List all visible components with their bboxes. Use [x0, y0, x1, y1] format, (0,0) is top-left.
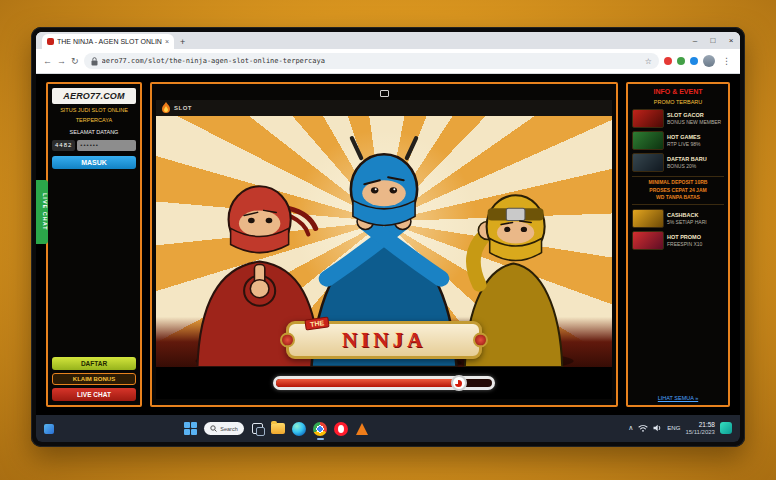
- profile-avatar[interactable]: [703, 55, 715, 67]
- volume-icon[interactable]: [653, 424, 662, 432]
- tagline-line1: SITUS JUDI SLOT ONLINE: [52, 107, 136, 114]
- reload-icon[interactable]: ↻: [71, 56, 79, 66]
- browser-tab[interactable]: THE NINJA - AGEN SLOT ONLINE TERPERCAYA …: [42, 34, 174, 49]
- forward-icon[interactable]: →: [57, 56, 66, 66]
- folder-icon: [271, 423, 285, 434]
- game-logo-banner: THE NINJA: [286, 321, 482, 359]
- tab-strip: THE NINJA - AGEN SLOT ONLINE TERPERCAYA …: [36, 32, 740, 49]
- promo-footer-link[interactable]: LIHAT SEMUA »: [632, 395, 724, 401]
- promo-item[interactable]: HOT GAMES RTP LIVE 98%: [632, 131, 724, 150]
- notice-line: MINIMAL DEPOSIT 10RB: [632, 179, 724, 187]
- page-content: LIVE CHAT AERO77.COM SITUS JUDI SLOT ONL…: [36, 74, 740, 415]
- game-frame: SLOT: [156, 100, 612, 399]
- game-scene: THE NINJA: [156, 116, 612, 367]
- promo-item[interactable]: SLOT GACOR BONUS NEW MEMBER: [632, 109, 724, 128]
- task-view-button[interactable]: [250, 421, 265, 436]
- promo-item-sub: BONUS NEW MEMBER: [667, 119, 721, 125]
- register-button[interactable]: DAFTAR: [52, 357, 136, 370]
- promo-item-title: SLOT GACOR: [667, 112, 721, 119]
- livechat-side-tab[interactable]: LIVE CHAT: [36, 180, 48, 244]
- tray-chevron-icon[interactable]: ∧: [628, 424, 633, 432]
- search-icon: [210, 425, 217, 432]
- notification-icon[interactable]: [720, 422, 732, 434]
- minimize-button[interactable]: –: [686, 32, 704, 49]
- desktop-screen: THE NINJA - AGEN SLOT ONLINE TERPERCAYA …: [36, 32, 740, 442]
- promo-item-title: CASHBACK: [667, 212, 707, 219]
- game-thumbnail: [632, 209, 664, 228]
- loading-knob: [451, 375, 467, 391]
- promo-header-sub: PROMO TERBARU: [632, 99, 724, 105]
- taskbar: Search ∧ ENG: [36, 415, 740, 442]
- notice-line: WD TANPA BATAS: [632, 194, 724, 202]
- game-thumbnail: [632, 231, 664, 250]
- back-icon[interactable]: ←: [43, 56, 52, 66]
- file-explorer-button[interactable]: [271, 421, 286, 436]
- search-label: Search: [220, 426, 237, 432]
- promo-item-sub: RTP LIVE 98%: [667, 141, 700, 147]
- game-thumbnail: [632, 153, 664, 172]
- clock-time: 21:58: [685, 421, 715, 428]
- provider-name: SLOT: [174, 105, 192, 111]
- chrome-icon: [313, 422, 327, 436]
- promo-item-title: HOT PROMO: [667, 234, 702, 241]
- site-logo: AERO77.COM: [52, 88, 136, 104]
- bookmark-icon[interactable]: ☆: [645, 57, 652, 66]
- cone-icon: [356, 423, 368, 435]
- game-panel: SLOT: [150, 82, 618, 407]
- opera-icon: [334, 422, 348, 436]
- clock-date: 15/11/2023: [685, 429, 715, 436]
- welcome-text: SELAMAT DATANG: [52, 129, 136, 135]
- password-input[interactable]: ••••••: [77, 140, 136, 151]
- extension-icon[interactable]: [677, 57, 685, 65]
- fullscreen-row: [156, 87, 612, 100]
- monitor-frame: THE NINJA - AGEN SLOT ONLINE TERPERCAYA …: [31, 27, 745, 447]
- windows-logo-icon: [184, 422, 197, 435]
- livechat-button[interactable]: LIVE CHAT: [52, 388, 136, 401]
- browser-menu-icon[interactable]: ⋮: [720, 56, 733, 66]
- maximize-button[interactable]: □: [704, 32, 722, 49]
- new-tab-button[interactable]: +: [174, 37, 191, 49]
- promo-item-sub: BONUS 20%: [667, 163, 707, 169]
- banner-medallion-icon: [280, 333, 295, 348]
- promo-item[interactable]: CASHBACK 5% SETIAP HARI: [632, 209, 724, 228]
- widgets-icon[interactable]: [44, 424, 54, 434]
- browser-window: THE NINJA - AGEN SLOT ONLINE TERPERCAYA …: [36, 32, 740, 415]
- promo-item-sub: FREESPIN X10: [667, 241, 702, 247]
- game-thumbnail: [632, 131, 664, 150]
- start-button[interactable]: [183, 421, 198, 436]
- login-button[interactable]: MASUK: [52, 156, 136, 169]
- wifi-icon[interactable]: [638, 424, 648, 432]
- logo-ninja-text: NINJA: [342, 328, 426, 353]
- url-bar[interactable]: aero77.com/slot/the-ninja-agen-slot-onli…: [84, 53, 659, 69]
- task-view-icon: [252, 423, 263, 434]
- captcha-code: 4482: [52, 140, 75, 151]
- fullscreen-icon[interactable]: [380, 90, 389, 97]
- extension-icon[interactable]: [690, 57, 698, 65]
- tab-close-icon[interactable]: ×: [165, 38, 169, 45]
- lock-icon: [91, 57, 98, 66]
- edge-button[interactable]: [292, 421, 307, 436]
- provider-logo-icon: [161, 102, 171, 114]
- notice-line: PROSES CEPAT 24 JAM: [632, 187, 724, 195]
- media-player-button[interactable]: [355, 421, 370, 436]
- search-pill[interactable]: Search: [204, 422, 243, 435]
- bonus-button[interactable]: KLAIM BONUS: [52, 373, 136, 385]
- game-topbar: SLOT: [156, 100, 612, 116]
- login-panel-spacer: [52, 172, 136, 354]
- system-tray: ∧ ENG 21:58 15/11/2023: [628, 421, 732, 435]
- tab-title: THE NINJA - AGEN SLOT ONLINE TERPERCAYA: [57, 38, 162, 45]
- extension-icon[interactable]: [664, 57, 672, 65]
- language-indicator[interactable]: ENG: [667, 425, 680, 431]
- close-button[interactable]: ×: [722, 32, 740, 49]
- promo-notice: MINIMAL DEPOSIT 10RB PROSES CEPAT 24 JAM…: [632, 176, 724, 205]
- promo-item[interactable]: DAFTAR BARU BONUS 20%: [632, 153, 724, 172]
- promo-item[interactable]: HOT PROMO FREESPIN X10: [632, 231, 724, 250]
- opera-button[interactable]: [334, 421, 349, 436]
- promo-header-title: INFO & EVENT: [632, 88, 724, 96]
- chrome-button[interactable]: [313, 421, 328, 436]
- clock[interactable]: 21:58 15/11/2023: [685, 421, 715, 435]
- captcha-row: 4482 ••••••: [52, 140, 136, 151]
- url-text: aero77.com/slot/the-ninja-agen-slot-onli…: [102, 57, 641, 65]
- taskbar-center: Search: [183, 421, 369, 436]
- logo-the-text: THE: [304, 316, 329, 330]
